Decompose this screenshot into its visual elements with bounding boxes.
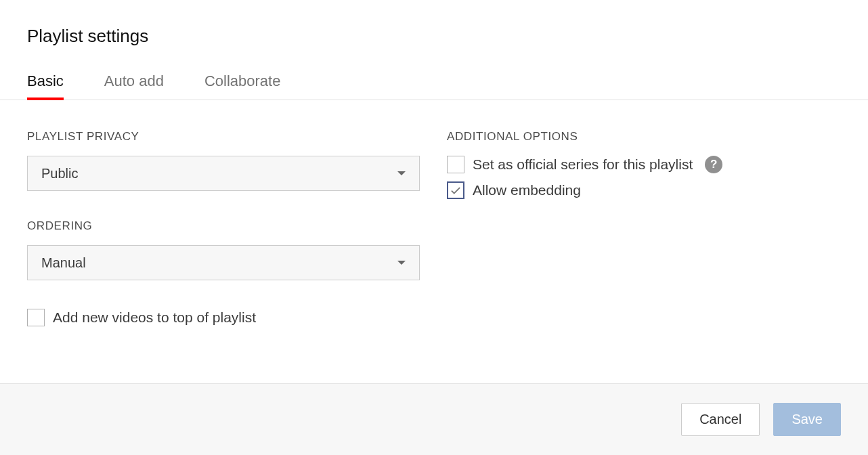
ordering-dropdown-value: Manual [41,255,86,271]
ordering-dropdown[interactable]: Manual [27,245,420,280]
official-series-label: Set as official series for this playlist [473,156,693,173]
allow-embedding-checkbox[interactable] [447,181,464,199]
tab-basic[interactable]: Basic [27,72,64,100]
allow-embedding-row: Allow embedding [447,181,841,199]
official-series-row: Set as official series for this playlist… [447,156,841,173]
save-button[interactable]: Save [773,403,841,436]
checkmark-icon [450,184,462,196]
tab-label: Collaborate [204,72,281,89]
tabs: Basic Auto add Collaborate [0,72,868,100]
add-to-top-label: Add new videos to top of playlist [53,309,256,326]
tab-auto-add[interactable]: Auto add [104,72,164,100]
playlist-settings-dialog: Playlist settings Basic Auto add Collabo… [0,0,868,455]
caret-down-icon [397,171,406,175]
tab-collaborate[interactable]: Collaborate [204,72,281,100]
privacy-section-label: PLAYLIST PRIVACY [27,130,420,144]
right-column: ADDITIONAL OPTIONS Set as official serie… [447,130,841,353]
button-label: Cancel [699,412,741,427]
caret-down-icon [397,261,406,265]
additional-options-label: ADDITIONAL OPTIONS [447,130,841,144]
ordering-section-label: ORDERING [27,219,420,233]
dialog-title: Playlist settings [27,26,841,47]
cancel-button[interactable]: Cancel [681,403,760,436]
button-label: Save [791,412,823,427]
tab-label: Basic [27,72,64,89]
help-icon[interactable]: ? [705,156,722,173]
privacy-dropdown[interactable]: Public [27,156,420,191]
dialog-footer: Cancel Save [0,383,868,455]
official-series-checkbox[interactable] [447,156,464,173]
left-column: PLAYLIST PRIVACY Public ORDERING Manual … [27,130,420,353]
allow-embedding-label: Allow embedding [473,182,581,198]
privacy-dropdown-value: Public [41,166,78,181]
dialog-content: PLAYLIST PRIVACY Public ORDERING Manual … [0,100,868,383]
tab-label: Auto add [104,72,164,89]
add-to-top-checkbox[interactable] [27,309,45,326]
add-to-top-row: Add new videos to top of playlist [27,309,420,326]
dialog-header: Playlist settings Basic Auto add Collabo… [0,0,868,100]
